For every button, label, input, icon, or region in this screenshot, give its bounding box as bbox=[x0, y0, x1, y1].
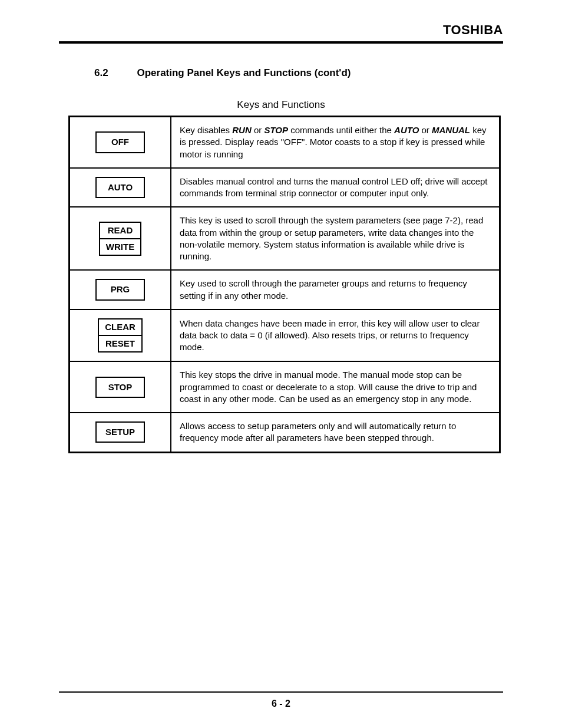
description-text: or bbox=[252, 125, 265, 135]
panel-key-off: OFF bbox=[95, 131, 145, 153]
description-text: commands until either the bbox=[288, 125, 394, 135]
panel-key-segment: READ bbox=[100, 223, 140, 238]
key-cell: SETUP bbox=[70, 413, 171, 452]
table-row: AUTODisables manual control and turns th… bbox=[70, 168, 500, 207]
section-title: Operating Panel Keys and Functions (cont… bbox=[137, 67, 351, 78]
description-text: This key stops the drive in manual mode.… bbox=[180, 370, 477, 404]
table-row: SETUPAllows access to setup parameters o… bbox=[70, 413, 500, 452]
keyword-label: MANUAL bbox=[432, 125, 470, 135]
table-row: CLEARRESETWhen data changes have been ma… bbox=[70, 309, 500, 362]
table-row: OFFKey disables RUN or STOP commands unt… bbox=[70, 117, 500, 168]
panel-key-stop: STOP bbox=[95, 377, 145, 398]
page-number: 6 - 2 bbox=[0, 699, 562, 709]
description-text: Key used to scroll through the parameter… bbox=[180, 278, 467, 300]
description-text: Disables manual control and turns the ma… bbox=[180, 176, 488, 198]
key-cell: AUTO bbox=[70, 168, 171, 207]
keyword-label: AUTO bbox=[394, 125, 419, 135]
panel-key-segment: WRITE bbox=[100, 238, 140, 255]
footer-rule bbox=[59, 691, 503, 693]
table-row: PRGKey used to scroll through the parame… bbox=[70, 270, 500, 309]
section-heading: 6.2 Operating Panel Keys and Functions (… bbox=[94, 67, 503, 79]
key-description: This key is used to scroll through the s… bbox=[171, 207, 500, 270]
key-description: Key disables RUN or STOP commands until … bbox=[171, 117, 500, 168]
description-text: This key is used to scroll through the s… bbox=[180, 215, 483, 261]
panel-key-read-write: READWRITE bbox=[99, 222, 141, 256]
description-text: Allows access to setup parameters only a… bbox=[180, 421, 456, 443]
description-text: or bbox=[419, 125, 432, 135]
panel-key-clear-reset: CLEARRESET bbox=[98, 318, 143, 353]
key-description: When data changes have been made in erro… bbox=[171, 309, 500, 362]
table-caption: Keys and Functions bbox=[59, 99, 503, 111]
brand-row: TOSHIBA bbox=[59, 22, 503, 41]
key-cell: CLEARRESET bbox=[70, 309, 171, 362]
keyword-label: RUN bbox=[232, 125, 252, 135]
header-rule bbox=[59, 41, 503, 44]
panel-key-segment: CLEAR bbox=[99, 319, 141, 335]
key-description: Key used to scroll through the parameter… bbox=[171, 270, 500, 309]
table-row: READWRITEThis key is used to scroll thro… bbox=[70, 207, 500, 270]
description-text: When data changes have been made in erro… bbox=[180, 318, 480, 353]
panel-key-auto: AUTO bbox=[95, 177, 145, 198]
key-cell: STOP bbox=[70, 361, 171, 413]
key-cell: PRG bbox=[70, 270, 171, 309]
table-row: STOPThis key stops the drive in manual m… bbox=[70, 361, 500, 413]
panel-key-prg: PRG bbox=[95, 279, 145, 300]
key-description: This key stops the drive in manual mode.… bbox=[171, 361, 500, 413]
section-number: 6.2 bbox=[94, 67, 134, 79]
description-text: Key disables bbox=[180, 125, 232, 135]
brand-label: TOSHIBA bbox=[443, 22, 503, 37]
document-page: TOSHIBA 6.2 Operating Panel Keys and Fun… bbox=[0, 0, 562, 728]
panel-key-setup: SETUP bbox=[95, 421, 145, 443]
keyword-label: STOP bbox=[264, 125, 288, 135]
key-description: Disables manual control and turns the ma… bbox=[171, 168, 500, 207]
key-cell: OFF bbox=[70, 117, 171, 168]
panel-key-segment: RESET bbox=[99, 335, 141, 351]
keys-functions-table: OFFKey disables RUN or STOP commands unt… bbox=[68, 116, 501, 453]
key-description: Allows access to setup parameters only a… bbox=[171, 413, 500, 452]
key-cell: READWRITE bbox=[70, 207, 171, 270]
